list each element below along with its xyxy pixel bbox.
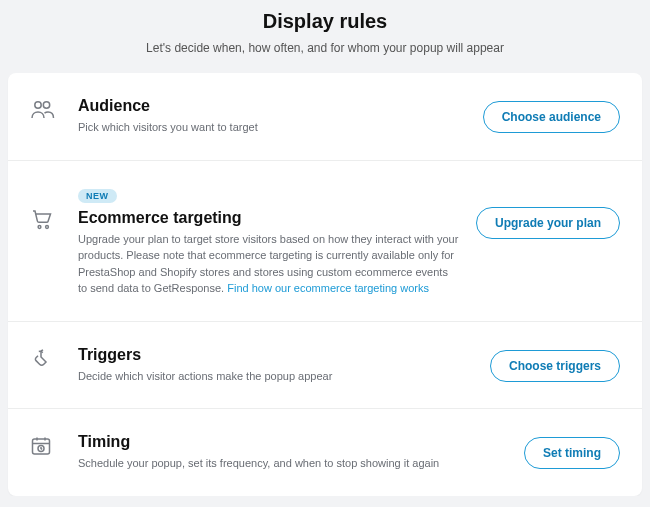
cart-icon xyxy=(30,185,78,231)
set-timing-button[interactable]: Set timing xyxy=(524,437,620,469)
choose-audience-button[interactable]: Choose audience xyxy=(483,101,620,133)
page-title: Display rules xyxy=(0,10,650,33)
ecommerce-desc: Upgrade your plan to target store visito… xyxy=(78,231,460,297)
svg-point-0 xyxy=(35,102,41,108)
audience-desc: Pick which visitors you want to target xyxy=(78,119,467,136)
section-triggers: Triggers Decide which visitor actions ma… xyxy=(8,322,642,410)
timing-desc: Schedule your popup, set its frequency, … xyxy=(78,455,508,472)
new-badge: NEW xyxy=(78,189,117,203)
page-header: Display rules Let's decide when, how oft… xyxy=(0,0,650,73)
timing-content: Timing Schedule your popup, set its freq… xyxy=(78,433,524,472)
rules-card: Audience Pick which visitors you want to… xyxy=(8,73,642,496)
triggers-desc: Decide which visitor actions make the po… xyxy=(78,368,474,385)
svg-point-3 xyxy=(46,225,49,228)
section-audience: Audience Pick which visitors you want to… xyxy=(8,73,642,161)
audience-title: Audience xyxy=(78,97,467,115)
section-timing: Timing Schedule your popup, set its freq… xyxy=(8,409,642,496)
ecommerce-title: Ecommerce targeting xyxy=(78,209,460,227)
triggers-content: Triggers Decide which visitor actions ma… xyxy=(78,346,490,385)
ecommerce-learn-link[interactable]: Find how our ecommerce targeting works xyxy=(227,282,429,294)
triggers-title: Triggers xyxy=(78,346,474,364)
upgrade-plan-button[interactable]: Upgrade your plan xyxy=(476,207,620,239)
section-ecommerce: NEW Ecommerce targeting Upgrade your pla… xyxy=(8,161,642,322)
timing-title: Timing xyxy=(78,433,508,451)
audience-icon xyxy=(30,97,78,121)
triggers-icon xyxy=(30,346,78,372)
calendar-icon xyxy=(30,433,78,457)
audience-content: Audience Pick which visitors you want to… xyxy=(78,97,483,136)
choose-triggers-button[interactable]: Choose triggers xyxy=(490,350,620,382)
svg-point-1 xyxy=(43,102,49,108)
page-subtitle: Let's decide when, how often, and for wh… xyxy=(0,41,650,55)
ecommerce-content: NEW Ecommerce targeting Upgrade your pla… xyxy=(78,185,476,297)
svg-point-2 xyxy=(38,225,41,228)
